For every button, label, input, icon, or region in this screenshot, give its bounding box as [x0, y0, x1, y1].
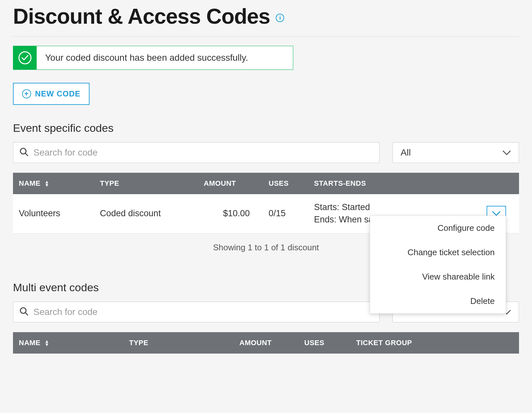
starts-text: Starts: Started	[314, 201, 474, 214]
svg-line-1	[25, 153, 28, 156]
col-amount: AMOUNT	[198, 173, 263, 194]
col-type: TYPE	[94, 173, 198, 194]
alert-icon-box	[13, 46, 37, 69]
col-starts-ends: STARTS-ENDS	[308, 173, 480, 194]
col-actions	[487, 332, 519, 354]
checkmark-icon	[18, 51, 31, 64]
svg-line-3	[25, 312, 28, 315]
plus-icon: +	[22, 89, 31, 98]
event-codes-heading: Event specific codes	[13, 122, 519, 134]
event-search-input[interactable]	[33, 147, 373, 158]
multi-codes-table: NAME ▲▼ TYPE AMOUNT USES TICKET GROUP	[13, 332, 519, 354]
chevron-down-icon	[502, 147, 511, 158]
event-codes-table: NAME ▲▼ TYPE AMOUNT USES STARTS-ENDS Vol…	[13, 173, 519, 233]
page-title: Discount & Access Codes	[13, 4, 270, 29]
cell-name: Volunteers	[13, 194, 94, 233]
event-filter-select[interactable]: All	[393, 142, 519, 163]
table-row: Volunteers Coded discount $10.00 0/15 St…	[13, 194, 519, 233]
page-title-row: Discount & Access Codes i	[13, 0, 519, 29]
success-alert: Your coded discount has been added succe…	[13, 46, 293, 70]
cell-uses: 0/15	[263, 194, 308, 233]
new-code-button[interactable]: + NEW CODE	[13, 83, 90, 105]
filter-selected-value: All	[401, 147, 411, 158]
col-type: TYPE	[123, 332, 234, 354]
col-uses: USES	[263, 173, 308, 194]
search-icon	[19, 307, 29, 318]
new-code-label: NEW CODE	[35, 89, 80, 98]
event-search-box[interactable]	[13, 142, 380, 163]
menu-configure-code[interactable]: Configure code	[370, 216, 506, 240]
page-divider	[13, 36, 519, 37]
search-icon	[19, 147, 29, 158]
col-name[interactable]: NAME ▲▼	[13, 173, 94, 194]
menu-view-shareable-link[interactable]: View shareable link	[370, 265, 506, 289]
col-amount: AMOUNT	[234, 332, 298, 354]
row-actions-menu: Configure code Change ticket selection V…	[370, 216, 506, 314]
sort-icon: ▲▼	[44, 340, 49, 346]
info-icon[interactable]: i	[276, 14, 284, 22]
alert-message: Your coded discount has been added succe…	[37, 46, 257, 69]
col-uses: USES	[298, 332, 350, 354]
sort-icon: ▲▼	[44, 181, 49, 187]
menu-delete[interactable]: Delete	[370, 289, 506, 313]
cell-amount: $10.00	[198, 194, 263, 233]
multi-search-input[interactable]	[33, 307, 373, 317]
cell-type: Coded discount	[94, 194, 198, 233]
col-name[interactable]: NAME ▲▼	[13, 332, 123, 354]
col-ticket-group: TICKET GROUP	[350, 332, 487, 354]
col-actions	[480, 173, 519, 194]
menu-change-ticket-selection[interactable]: Change ticket selection	[370, 240, 506, 265]
multi-search-box[interactable]	[13, 302, 380, 322]
